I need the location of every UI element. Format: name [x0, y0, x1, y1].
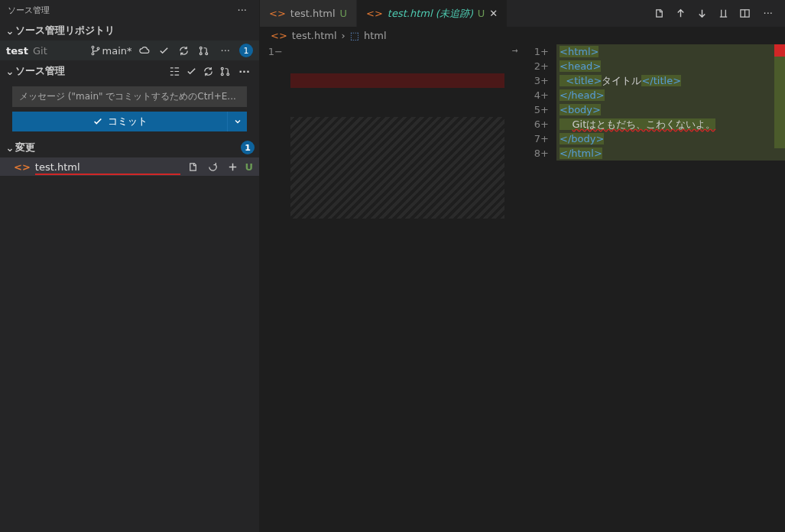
arrow-down-icon[interactable]	[695, 6, 710, 21]
tab-bar: <> test.html U <> test.html (未追跡) U ✕ ··…	[260, 0, 785, 27]
diff-modified-pane: 1+2+3+4+5+6+7+8+ <html><head> <title>タイト…	[526, 44, 785, 532]
changes-header[interactable]: ⌄ 変更 1	[0, 138, 259, 157]
split-editor-icon[interactable]	[738, 6, 753, 21]
svg-point-6	[221, 67, 223, 70]
open-file-icon[interactable]	[185, 159, 200, 174]
changed-file-row[interactable]: <> test.html U	[0, 157, 259, 176]
tab-test-html[interactable]: <> test.html U	[260, 0, 357, 27]
overview-ruler[interactable]	[774, 44, 785, 532]
left-code[interactable]	[290, 44, 504, 532]
tab-label: test.html (未追跡)	[388, 7, 473, 21]
chevron-down-icon	[233, 117, 242, 126]
right-code[interactable]: <html><head> <title>タイトル</title></head><…	[556, 44, 785, 532]
commit-button[interactable]: コミット	[12, 112, 227, 131]
arrow-up-icon[interactable]	[673, 6, 689, 21]
refresh-icon[interactable]	[177, 43, 192, 58]
editor-more-icon[interactable]: ···	[759, 8, 777, 19]
svg-point-1	[92, 53, 94, 55]
svg-point-7	[221, 73, 223, 75]
diff-editor: 1− → 1+2+3+4+5+6+7+8+ <html><head> <titl…	[260, 44, 785, 532]
svg-point-2	[97, 47, 99, 50]
changes-badge: 1	[241, 141, 255, 154]
whitespace-icon[interactable]	[716, 6, 731, 21]
chevron-down-icon: ⌄	[5, 142, 15, 154]
diff-placeholder-hatch	[290, 117, 504, 219]
tab-status: U	[340, 8, 348, 19]
repo-more-icon[interactable]: ···	[216, 45, 235, 57]
diff-original-pane: 1−	[260, 44, 504, 532]
source-control-sidebar: ソース管理 ··· ⌄ ソース管理リポジトリ test Git main* ··…	[0, 0, 260, 532]
breadcrumb-symbol: html	[364, 30, 387, 41]
check-icon	[92, 116, 103, 127]
scm-section-header[interactable]: ⌄ ソース管理 ···	[0, 60, 259, 82]
changes-label: 変更	[15, 141, 241, 154]
sync-cloud-icon[interactable]	[137, 43, 152, 58]
commit-button-row: コミット	[12, 112, 247, 131]
branch-icon	[90, 45, 101, 56]
tab-status: U	[478, 8, 485, 19]
symbol-icon: ⬚	[350, 30, 359, 41]
panel-more-icon[interactable]: ···	[233, 5, 251, 16]
chevron-down-icon: ⌄	[5, 25, 15, 37]
svg-point-3	[199, 47, 202, 49]
file-status: U	[245, 161, 253, 173]
repo-badge: 1	[239, 44, 253, 57]
html-file-icon: <>	[269, 8, 286, 19]
repos-header-label: ソース管理リポジトリ	[15, 24, 255, 37]
html-file-icon: <>	[366, 8, 383, 19]
close-icon[interactable]: ✕	[489, 8, 498, 19]
editor-area: <> test.html U <> test.html (未追跡) U ✕ ··…	[260, 0, 785, 532]
editor-actions: ···	[644, 0, 785, 27]
left-gutter: 1−	[260, 44, 290, 532]
repo-row[interactable]: test Git main* ··· 1	[0, 41, 259, 60]
branch-indicator[interactable]: main*	[90, 45, 132, 57]
breadcrumb-file: test.html	[292, 30, 337, 41]
tab-label: test.html	[290, 8, 336, 19]
repos-section-header[interactable]: ⌄ ソース管理リポジトリ	[0, 21, 259, 41]
html-file-icon: <>	[271, 30, 287, 41]
breadcrumb[interactable]: <> test.html › ⬚ html	[260, 27, 785, 44]
discard-icon[interactable]	[205, 159, 220, 174]
open-file-icon[interactable]	[652, 6, 667, 21]
right-gutter: 1+2+3+4+5+6+7+8+	[526, 44, 556, 532]
chevron-down-icon: ⌄	[5, 66, 15, 77]
check-icon[interactable]	[183, 63, 199, 79]
tab-test-html-untracked[interactable]: <> test.html (未追跡) U ✕	[357, 0, 508, 27]
repo-name: test	[6, 45, 28, 57]
pull-request-icon[interactable]	[196, 43, 212, 58]
repo-vcs: Git	[33, 45, 47, 57]
commit-button-label: コミット	[108, 115, 148, 128]
pull-request-icon[interactable]	[217, 63, 232, 79]
svg-point-0	[92, 46, 94, 48]
line-number: 1	[268, 46, 274, 57]
chevron-right-icon: ›	[342, 30, 345, 41]
panel-title: ソース管理	[8, 5, 50, 16]
html-file-icon: <>	[14, 161, 31, 173]
changed-file-name: test.html	[35, 161, 181, 173]
check-icon[interactable]	[157, 43, 172, 58]
commit-dropdown[interactable]	[227, 112, 247, 131]
panel-header: ソース管理 ···	[0, 0, 259, 21]
scm-actions: ···	[167, 63, 255, 79]
ruler-removed	[774, 44, 785, 57]
scm-more-icon[interactable]: ···	[234, 66, 255, 77]
ruler-added	[774, 57, 785, 148]
svg-point-5	[206, 52, 208, 54]
branch-name: main*	[102, 45, 132, 57]
commit-message-input[interactable]: メッセージ ("main" でコミットするためのCtrl+E...	[12, 86, 247, 107]
svg-point-8	[227, 73, 229, 75]
stage-plus-icon[interactable]	[225, 159, 240, 174]
svg-point-4	[199, 52, 202, 54]
scm-header-label: ソース管理	[15, 64, 167, 78]
tree-view-icon[interactable]	[167, 63, 182, 79]
diff-arrow[interactable]: →	[504, 44, 526, 532]
refresh-icon[interactable]	[200, 63, 216, 79]
